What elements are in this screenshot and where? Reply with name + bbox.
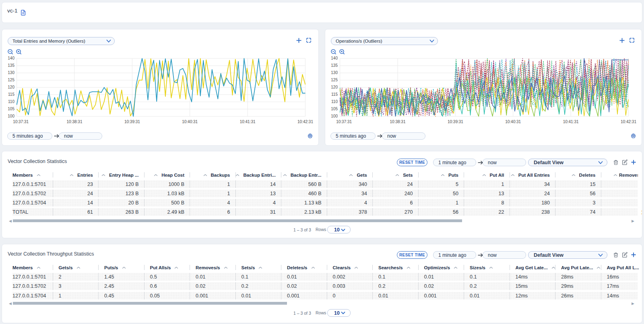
svg-text:110: 110 [8,99,14,104]
svg-text:135: 135 [331,63,338,68]
svg-text:10:42:31: 10:42:31 [621,120,636,124]
svg-text:110: 110 [331,99,338,104]
svg-text:140: 140 [331,56,338,60]
svg-text:10:41:31: 10:41:31 [563,120,579,124]
svg-text:10:42:31: 10:42:31 [297,120,313,124]
svg-text:120: 120 [331,85,338,89]
svg-text:10:41:31: 10:41:31 [240,120,256,124]
svg-text:105: 105 [8,107,14,111]
svg-text:10:38:31: 10:38:31 [390,120,406,124]
svg-text:10:37:31: 10:37:31 [336,120,352,124]
svg-text:125: 125 [8,78,14,82]
svg-text:10:38:31: 10:38:31 [67,120,83,124]
svg-text:125: 125 [331,78,338,82]
svg-text:135: 135 [8,63,14,68]
svg-text:105: 105 [331,107,338,111]
svg-text:130: 130 [331,70,338,75]
svg-text:10:40:31: 10:40:31 [505,120,521,124]
svg-text:10:37:31: 10:37:31 [13,120,29,124]
svg-text:115: 115 [8,92,14,97]
svg-text:120: 120 [8,85,14,89]
svg-text:10:40:31: 10:40:31 [182,120,198,124]
svg-text:140: 140 [8,56,14,60]
svg-text:100: 100 [331,114,338,118]
svg-text:130: 130 [8,70,14,75]
svg-text:100: 100 [8,114,14,118]
svg-text:10:39:31: 10:39:31 [124,120,140,124]
svg-text:10:39:31: 10:39:31 [448,120,463,124]
svg-text:115: 115 [331,92,338,97]
